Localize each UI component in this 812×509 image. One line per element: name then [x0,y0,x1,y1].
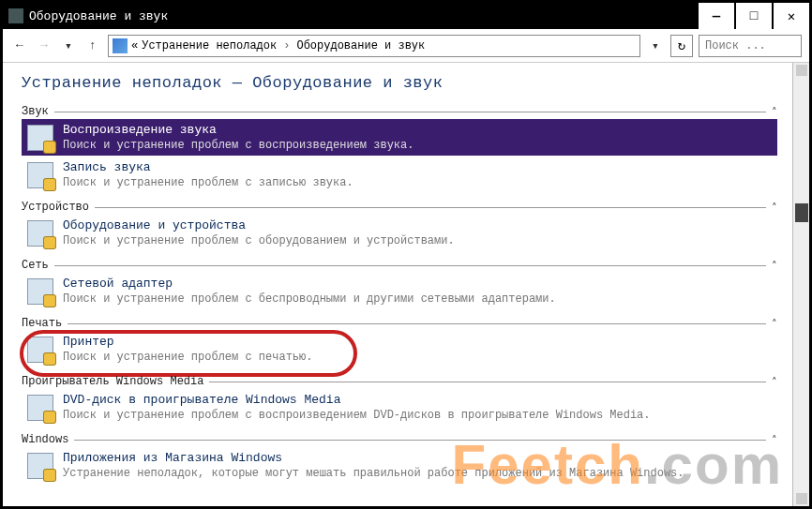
crumb-prefix: « [131,39,138,52]
item-desc: Поиск и устранение проблем с воспроизвед… [63,139,772,152]
network-adapter-icon [27,278,53,305]
vertical-scrollbar[interactable] [792,63,809,506]
close-button[interactable]: ✕ [772,3,809,29]
item-title: DVD-диск в проигрывателе Windows Media [63,393,772,407]
troubleshooter-item[interactable]: Сетевой адаптер Поиск и устранение пробл… [22,273,777,309]
group-label: Сеть [22,259,49,272]
refresh-button[interactable]: ↻ [670,35,693,57]
group: Звук ˄ Воспроизведение звука Поиск и уст… [22,105,777,193]
back-button[interactable]: ← [10,37,29,55]
printer-icon [27,337,53,363]
group-header[interactable]: Проигрыватель Windows Media ˄ [22,375,777,388]
item-title: Воспроизведение звука [63,123,772,137]
item-desc: Поиск и устранение проблем с печатью. [63,351,772,364]
item-desc: Поиск и устранение проблем с воспроизвед… [63,409,772,422]
group: Устройство ˄ Оборудование и устройства П… [22,201,777,251]
dvd-icon [27,395,53,421]
forward-button[interactable]: → [35,37,53,55]
item-title: Сетевой адаптер [63,277,772,291]
group-label: Windows [22,433,68,446]
item-desc: Поиск и устранение проблем с беспроводны… [63,292,772,306]
navbar: ← → ▾ ↑ « Устранение неполадок › Оборудо… [3,29,809,63]
search-input[interactable]: Поиск ... [699,35,802,57]
group-label: Устройство [22,201,89,214]
chevron-up-icon: ˄ [772,106,777,118]
group-header[interactable]: Печать ˄ [22,317,777,330]
recent-locations-button[interactable]: ▾ [59,37,78,55]
group: Проигрыватель Windows Media ˄ DVD-диск в… [22,375,777,426]
group: Печать ˄ Принтер Поиск и устранение проб… [22,317,777,367]
store-app-icon [27,453,53,479]
chevron-up-icon: ˄ [772,260,777,272]
up-button[interactable]: ↑ [83,37,102,55]
titlebar: Оборудование и звук — □ ✕ [3,3,809,29]
page-title: Устранение неполадок — Оборудование и зв… [22,74,777,92]
address-dropdown-button[interactable]: ▾ [646,37,665,55]
troubleshooter-item[interactable]: DVD-диск в проигрывателе Windows Media П… [22,389,777,426]
chevron-up-icon: ˄ [772,318,777,330]
address-bar[interactable]: « Устранение неполадок › Оборудование и … [108,35,640,57]
group-header[interactable]: Устройство ˄ [22,201,777,214]
troubleshooter-item[interactable]: Воспроизведение звука Поиск и устранение… [22,119,777,156]
item-title: Оборудование и устройства [63,218,772,232]
audio-playback-icon [27,125,53,151]
group-header[interactable]: Звук ˄ [22,105,777,118]
app-icon [8,8,23,23]
group: Сеть ˄ Сетевой адаптер Поиск и устранени… [22,259,777,309]
breadcrumb[interactable]: Оборудование и звук [296,39,425,52]
item-title: Принтер [63,335,772,349]
audio-recording-icon [27,162,53,188]
maximize-button[interactable]: □ [734,3,772,29]
item-title: Запись звука [63,160,772,174]
chevron-right-icon: › [283,39,290,52]
chevron-up-icon: ˄ [772,376,777,388]
chevron-up-icon: ˄ [772,202,777,214]
control-panel-icon [113,38,128,53]
group-label: Печать [22,317,62,330]
breadcrumb[interactable]: Устранение неполадок [142,39,277,52]
scrollbar-thumb[interactable] [795,203,808,222]
window-title: Оборудование и звук [29,9,697,23]
item-desc: Поиск и устранение проблем с оборудовани… [63,234,772,247]
troubleshooter-item[interactable]: Оборудование и устройства Поиск и устран… [22,215,777,251]
main-content: Устранение неполадок — Оборудование и зв… [3,63,792,506]
search-placeholder: Поиск ... [705,39,766,52]
group-label: Проигрыватель Windows Media [22,375,203,388]
window: Оборудование и звук — □ ✕ ← → ▾ ↑ « Устр… [0,0,812,509]
group-header[interactable]: Сеть ˄ [22,259,777,272]
troubleshooter-item[interactable]: Запись звука Поиск и устранение проблем … [22,157,777,193]
minimize-button[interactable]: — [697,3,734,29]
group-label: Звук [22,105,49,118]
watermark: Feetch.com [452,432,783,497]
troubleshooter-item[interactable]: Принтер Поиск и устранение проблем с печ… [22,331,777,367]
item-desc: Поиск и устранение проблем с записью зву… [63,176,772,189]
hardware-icon [27,220,53,247]
